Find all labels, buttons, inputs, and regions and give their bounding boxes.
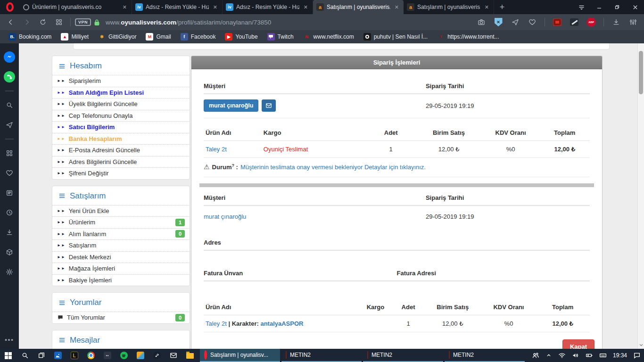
my-flow-icon[interactable]: [508, 16, 522, 29]
forward-button[interactable]: [20, 16, 34, 29]
menu-item[interactable]: ►►Alım İlanlarım0: [52, 228, 190, 240]
product-link[interactable]: Taley 2t: [206, 146, 227, 153]
adblock-plus-icon[interactable]: ABP: [584, 16, 598, 29]
browser-tab[interactable]: ivAdsız - Resim Yükle - Hızlı R✕: [132, 0, 223, 14]
close-window-button[interactable]: [626, 0, 644, 14]
start-icon[interactable]: [0, 349, 17, 362]
mail-icon[interactable]: [165, 349, 182, 362]
customer-profile-button[interactable]: murat çınaroğlu: [204, 99, 258, 112]
wifi-icon[interactable]: [558, 352, 566, 359]
bookmark-heart-icon[interactable]: [525, 16, 539, 29]
search-icon[interactable]: [3, 99, 16, 111]
menu-item[interactable]: Tüm Yorumlar0: [52, 312, 190, 323]
personal-news-icon[interactable]: [3, 187, 16, 199]
menu-item[interactable]: ►►Banka Hesaplarım: [52, 133, 190, 145]
menu-item[interactable]: ►►E-Posta Adresini Güncelle: [52, 144, 190, 156]
restore-button[interactable]: [608, 0, 626, 14]
tab-menu-icon[interactable]: [572, 0, 590, 14]
menu-item[interactable]: ►►Destek Merkezi: [52, 251, 190, 263]
spotify-icon[interactable]: [116, 349, 132, 362]
battery-icon[interactable]: [586, 352, 593, 359]
tab-close-icon[interactable]: ✕: [393, 3, 400, 11]
secure-lock-icon[interactable]: [93, 18, 101, 26]
downloads-icon[interactable]: [609, 16, 623, 29]
task-view-icon[interactable]: [33, 349, 50, 362]
reload-button[interactable]: [36, 16, 50, 29]
scrollbar-down-arrow[interactable]: [638, 342, 644, 348]
message-customer-button[interactable]: [262, 99, 276, 112]
snapshot-camera-icon[interactable]: [474, 16, 488, 29]
browser-tab[interactable]: Ürünlerim | oyunalisveris.co✕: [20, 0, 132, 14]
file-explorer-icon[interactable]: [182, 349, 198, 362]
status-detail-link[interactable]: Müşterinin teslimata onay vermesi beklen…: [240, 164, 426, 171]
extensions-cube-icon[interactable]: [3, 246, 16, 258]
customer-link[interactable]: murat çınaroğlu: [204, 213, 246, 220]
tune-icon[interactable]: [626, 16, 640, 29]
tab-close-icon[interactable]: ✕: [483, 3, 490, 11]
video-downloader-extension-icon[interactable]: [550, 16, 564, 29]
menu-item[interactable]: ►►Şifreni Değiştir: [52, 167, 190, 179]
bookmark-gmail[interactable]: MGmail: [142, 32, 174, 42]
menu-item[interactable]: ►►Siparişlerim: [52, 75, 190, 87]
close-button[interactable]: Kapat: [562, 339, 594, 349]
menu-item[interactable]: ►►Üyelik Bilgilerini Güncelle: [52, 98, 190, 110]
browser-tab[interactable]: ivAdsız - Resim Yükle - Hızlı R✕: [223, 0, 313, 14]
tracker-shield-icon[interactable]: ✕: [491, 16, 505, 29]
steam-icon[interactable]: [149, 349, 165, 362]
back-button[interactable]: [4, 16, 18, 29]
menu-item[interactable]: ►►Satın Aldığım Epin Listesi: [52, 87, 190, 99]
menu-item[interactable]: ►►Bakiye İşlemleri: [52, 274, 190, 286]
search-icon[interactable]: [17, 349, 33, 362]
scrollbar-thumb[interactable]: [639, 51, 643, 94]
opera-menu-button[interactable]: [0, 0, 20, 14]
taskbar-app-opera[interactable]: Satışlarım | oyunalisv...: [200, 349, 280, 362]
tab-close-icon[interactable]: ✕: [121, 3, 128, 11]
character-link[interactable]: antalyaASPOR: [260, 320, 303, 327]
my-flow-icon[interactable]: [3, 119, 16, 131]
bookmarks-heart-icon[interactable]: [3, 167, 16, 179]
bookmark-puhutv[interactable]: puhutv | Sen Nasıl İ...: [360, 32, 432, 42]
tab-close-icon[interactable]: ✕: [302, 3, 309, 11]
bookmark-booking[interactable]: B.Booking.com: [5, 32, 55, 42]
keyboard-icon[interactable]: [599, 352, 607, 359]
hidden-icons-icon[interactable]: [545, 352, 552, 359]
discord-icon[interactable]: [99, 349, 116, 362]
minimize-button[interactable]: [590, 0, 608, 14]
volume-icon[interactable]: [572, 352, 579, 359]
new-tab-button[interactable]: +: [494, 0, 510, 14]
menu-item[interactable]: ►►Satışlarım: [52, 239, 190, 251]
messenger-icon[interactable]: [3, 51, 16, 63]
vpn-badge[interactable]: VPN: [75, 18, 91, 26]
browser-tab[interactable]: aSatışlarım | oyunalisveris.co✕: [404, 0, 494, 14]
browser-tab[interactable]: aSatışlarım | oyunalisveris.co✕: [313, 0, 404, 14]
bookmark-twitch[interactable]: Twitch: [264, 32, 297, 42]
taskbar-app-metin2[interactable]: METIN2: [281, 349, 362, 362]
bookmark-gittigidiyor[interactable]: ✱GittiGidiyor: [94, 32, 140, 42]
bookmark-milliyet[interactable]: ▲Milliyet: [57, 32, 92, 42]
league-of-legends-icon[interactable]: L: [66, 349, 83, 362]
bookmark-netflix[interactable]: Nwww.netflix.com: [299, 32, 358, 42]
more-dots-icon[interactable]: •••: [3, 334, 16, 346]
taskbar-clock[interactable]: 19:34: [613, 352, 627, 359]
menu-item[interactable]: ►►Satıcı Bilgilerim: [52, 121, 190, 133]
game-icon[interactable]: [132, 349, 149, 362]
history-clock-icon[interactable]: [3, 206, 16, 219]
people-icon[interactable]: [532, 352, 539, 359]
menu-item[interactable]: ►►Adres Bilgilerini Güncelle: [52, 156, 190, 168]
taskbar-app-metin2[interactable]: METIN2: [445, 349, 525, 362]
speed-dial-button[interactable]: [52, 16, 66, 29]
taskbar-app-metin2[interactable]: METIN2: [363, 349, 443, 362]
tab-close-icon[interactable]: ✕: [212, 3, 219, 11]
bookmark-facebook[interactable]: fFacebook: [177, 32, 220, 42]
menu-item[interactable]: ►►Cep Telefonunu Onayla: [52, 110, 190, 122]
bookmark-youtube[interactable]: ▶YouTube: [221, 32, 261, 42]
product-link-2[interactable]: Taley 2t: [206, 320, 227, 327]
speed-dial-icon[interactable]: [3, 147, 16, 159]
downloads-icon[interactable]: [3, 226, 16, 239]
action-center-icon[interactable]: [633, 352, 641, 359]
menu-item[interactable]: ►►Mağaza İşlemleri: [52, 263, 190, 274]
menu-item[interactable]: ►►Yeni Ürün Ekle: [52, 205, 190, 217]
bookmark-torrent[interactable]: Thttps://www.torrent...: [433, 32, 503, 42]
whatsapp-icon[interactable]: [3, 71, 16, 83]
photos-icon[interactable]: [50, 349, 66, 362]
